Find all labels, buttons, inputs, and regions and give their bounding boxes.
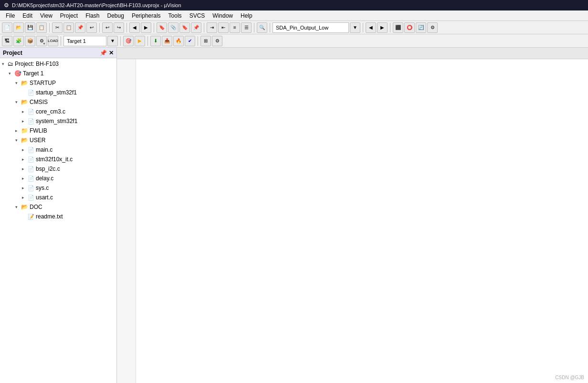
tree-item-4[interactable]: ▾📂CMSIS (0, 97, 116, 107)
tree-item-10[interactable]: ▸📄stm32f10x_it.c (0, 155, 116, 164)
tree-item-12[interactable]: ▸📄delay.c (0, 174, 116, 183)
dropdown-arrow[interactable]: ▼ (350, 22, 360, 33)
tree-item-8[interactable]: ▾📂USER (0, 135, 116, 145)
tree-icon-3: 📄 (28, 90, 34, 96)
load-btn[interactable]: LOAD (48, 36, 58, 46)
expand-icon-7[interactable]: ▸ (15, 128, 20, 133)
view-cols-btn[interactable]: ⊞ (200, 36, 211, 46)
save-all-btn[interactable]: 📋 (36, 22, 47, 33)
copy-btn[interactable]: 📋 (63, 22, 74, 33)
pin-icon[interactable]: 📌 (100, 50, 107, 56)
redo-btn[interactable]: ↪ (114, 22, 124, 33)
bookmark4-btn[interactable]: 📌 (191, 22, 201, 33)
undo-btn[interactable]: ↩ (86, 22, 97, 33)
menu-svcs[interactable]: SVCS (186, 11, 209, 20)
stop-btn[interactable]: ⬛ (393, 22, 403, 33)
open-btn[interactable]: 📂 (13, 22, 24, 33)
view-settings-btn[interactable]: ⚙ (212, 36, 222, 46)
bookmark-btn[interactable]: 🔖 (157, 22, 167, 33)
tree-item-1[interactable]: ▾🎯Target 1 (0, 69, 116, 78)
expand-icon-13[interactable]: ▸ (22, 186, 27, 190)
expand-icon-4[interactable]: ▾ (15, 100, 20, 104)
tree-item-15[interactable]: ▾📂DOC (0, 202, 116, 212)
download2-btn[interactable]: 📥 (162, 36, 172, 46)
format2-btn[interactable]: ☰ (241, 22, 252, 33)
nav-fwd-btn[interactable]: ▶ (141, 22, 151, 33)
tree-item-16[interactable]: 📝readme.txt (0, 212, 116, 221)
verify-btn[interactable]: ✔ (185, 36, 195, 46)
reset-btn[interactable]: 🔄 (416, 22, 426, 33)
mgr-btn[interactable]: 📦 (25, 36, 35, 46)
bookmark2-btn[interactable]: 📎 (168, 22, 178, 33)
sep9 (390, 23, 390, 32)
expand-icon-9[interactable]: ▸ (22, 147, 27, 152)
tree-item-3[interactable]: 📄startup_stm32f1 (0, 88, 116, 97)
project-icon-btn[interactable]: 🏗 (2, 36, 12, 46)
components-btn[interactable]: 🧩 (13, 36, 24, 46)
tree-item-11[interactable]: ▸📄bsp_i2c.c (0, 164, 116, 174)
find-next-btn[interactable]: ▶ (377, 22, 388, 33)
close-sidebar-icon[interactable]: ✕ (109, 50, 114, 56)
indent-btn[interactable]: ⇥ (207, 22, 217, 33)
target-arrow[interactable]: ▼ (107, 36, 118, 46)
function-dropdown[interactable]: SDA_Pin_Output_Low (273, 22, 349, 33)
menu-peripherals[interactable]: Peripherals (128, 11, 165, 20)
erase-btn[interactable]: 🔥 (173, 36, 184, 46)
new-file-btn[interactable]: 📄 (2, 22, 12, 33)
undo2-btn[interactable]: ↩ (102, 22, 113, 33)
expand-icon-0[interactable]: ▾ (2, 62, 7, 66)
tree-icon-8: 📂 (21, 137, 28, 144)
outdent-btn[interactable]: ⇤ (218, 22, 229, 33)
tree-item-14[interactable]: ▸📄usart.c (0, 193, 116, 202)
options-btn[interactable]: ⚙▼ (36, 36, 47, 46)
tree-item-13[interactable]: ▸📄sys.c (0, 183, 116, 193)
tree-item-2[interactable]: ▾📂STARTUP (0, 78, 116, 88)
run-btn[interactable]: ⭕ (404, 22, 415, 33)
tree-item-5[interactable]: ▸📄core_cm3.c (0, 107, 116, 116)
expand-icon-14[interactable]: ▸ (22, 195, 27, 200)
tree-item-0[interactable]: ▾🗂Project: BH-F103 (0, 59, 116, 69)
menu-flash[interactable]: Flash (82, 11, 103, 20)
menu-help[interactable]: Help (237, 11, 256, 20)
search-btn[interactable]: 🔍 (257, 22, 267, 33)
build-btn[interactable]: ▶ (135, 36, 145, 46)
expand-icon-2[interactable]: ▾ (15, 81, 20, 85)
bookmark3-btn[interactable]: 🔖 (179, 22, 190, 33)
expand-icon-12[interactable]: ▸ (22, 176, 27, 181)
expand-icon-6[interactable]: ▸ (22, 119, 27, 124)
menu-edit[interactable]: Edit (19, 11, 36, 20)
toolbar2: 🏗 🧩 📦 ⚙▼ LOAD Target 1 ▼ 🎯 ▶ ⬇ 📥 🔥 ✔ ⊞ ⚙ (0, 34, 588, 48)
menu-debug[interactable]: Debug (104, 11, 128, 20)
menu-project[interactable]: Project (56, 11, 82, 20)
sep4 (154, 23, 154, 32)
expand-icon-11[interactable]: ▸ (22, 166, 27, 171)
sidebar-title: Project (3, 50, 22, 56)
nav-back-btn[interactable]: ◀ (129, 22, 140, 33)
expand-icon-1[interactable]: ▾ (9, 71, 13, 76)
manage-targets-btn[interactable]: 🎯 (123, 36, 134, 46)
expand-icon-15[interactable]: ▾ (15, 205, 20, 209)
tree-item-9[interactable]: ▸📄main.c (0, 145, 116, 155)
expand-icon-5[interactable]: ▸ (22, 109, 27, 114)
save-btn[interactable]: 💾 (25, 22, 35, 33)
target-dropdown[interactable]: Target 1 (63, 36, 106, 46)
cut-btn[interactable]: ✂ (52, 22, 63, 33)
tree-icon-11: 📄 (28, 166, 34, 172)
tree-item-7[interactable]: ▸📁FWLIB (0, 126, 116, 135)
menu-window[interactable]: Window (209, 11, 237, 20)
settings-btn[interactable]: ⚙ (427, 22, 438, 33)
line-numbers (117, 59, 136, 383)
expand-icon-8[interactable]: ▾ (15, 138, 20, 143)
code-content[interactable] (136, 59, 588, 383)
tree-icon-0: 🗂 (8, 61, 13, 67)
format-btn[interactable]: ≡ (230, 22, 240, 33)
expand-icon-10[interactable]: ▸ (22, 157, 27, 162)
menu-view[interactable]: View (36, 11, 56, 20)
tree-icon-1: 🎯 (14, 70, 21, 77)
menu-file[interactable]: File (2, 11, 19, 20)
paste-btn[interactable]: 📌 (75, 22, 85, 33)
menu-tools[interactable]: Tools (165, 11, 186, 20)
tree-item-6[interactable]: ▸📄system_stm32f1 (0, 116, 116, 126)
download-btn[interactable]: ⬇ (150, 36, 161, 46)
find-prev-btn[interactable]: ◀ (366, 22, 376, 33)
